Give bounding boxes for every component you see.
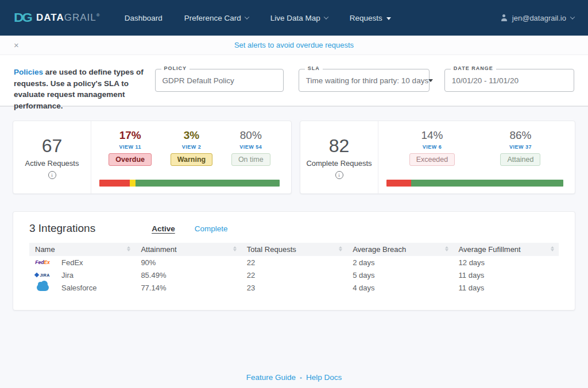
total-requests-value: 22	[241, 269, 347, 281]
attained-percent: 86%	[509, 129, 531, 142]
feature-guide-link[interactable]: Feature Guide	[246, 373, 296, 382]
active-requests-label: Active Requests	[25, 159, 79, 168]
help-docs-link[interactable]: Help Docs	[306, 373, 342, 382]
total-requests-value: 23	[241, 281, 347, 294]
progress-segment-exceeded	[386, 180, 411, 187]
integration-name: Salesforce	[61, 284, 96, 292]
progress-segment-overdue	[99, 180, 130, 187]
table-row[interactable]: Salesforce 77.14% 23 4 days 11 days	[29, 281, 559, 294]
overdue-badge: Overdue	[109, 153, 152, 166]
nav-item-live-data-map[interactable]: Live Data Map	[270, 14, 328, 22]
brand-name: DATAGRAIL®	[36, 12, 100, 24]
sla-field-label: SLA	[305, 65, 323, 71]
view-attained-link[interactable]: VIEW 37	[509, 144, 532, 150]
average-breach-value: 4 days	[347, 281, 452, 294]
active-requests-count: 67	[42, 135, 63, 157]
user-email: jen@datagrail.io	[512, 14, 566, 22]
average-fulfillment-value: 12 days	[453, 256, 559, 269]
policy-field-value: GDPR Default Policy	[163, 76, 234, 85]
datagrail-logo[interactable]: DG DATAGRAIL®	[14, 10, 100, 26]
policy-field[interactable]: POLICY GDPR Default Policy	[155, 69, 284, 92]
complete-requests-label: Complete Requests	[306, 159, 372, 168]
date-range-value: 10/01/20 - 11/01/20	[452, 76, 519, 85]
user-account-menu[interactable]: jen@datagrail.io	[501, 14, 574, 22]
stat-warning: 3% VIEW 2 Warning	[171, 129, 213, 166]
attainment-value: 90%	[135, 256, 241, 269]
info-icon[interactable]: i	[48, 171, 56, 179]
average-breach-value: 2 days	[347, 256, 452, 269]
close-icon[interactable]: ×	[14, 40, 19, 50]
nav-menu: Dashboard Preference Card Live Data Map …	[125, 14, 391, 22]
footer-separator: •	[300, 374, 302, 381]
warning-percent: 3%	[184, 129, 199, 142]
table-row[interactable]: JIRAJira 85.49% 22 5 days 11 days	[29, 269, 559, 281]
tab-active[interactable]: Active	[152, 224, 175, 233]
page: DG DATAGRAIL® Dashboard Preference Card …	[0, 0, 588, 388]
sort-icon	[551, 246, 554, 251]
alert-banner: × Set alerts to avoid overdue requests	[0, 36, 588, 55]
tab-complete[interactable]: Complete	[195, 224, 228, 233]
complete-stats-row: 14% VIEW 6 Exceeded 86% VIEW 37 Attained	[386, 129, 563, 175]
caret-down-icon	[386, 17, 391, 20]
date-range-field[interactable]: DATE RANGE 10/01/20 - 11/01/20	[444, 69, 574, 92]
policies-link[interactable]: Policies	[14, 68, 43, 76]
salesforce-logo-icon	[37, 284, 49, 291]
sla-select[interactable]: SLA Time waiting for third party: 10 day…	[299, 69, 430, 92]
view-overdue-link[interactable]: VIEW 11	[119, 144, 141, 150]
integrations-card: 3 Integrations Active Complete Name Atta…	[13, 211, 575, 311]
ontime-badge: On time	[231, 153, 270, 166]
top-navbar: DG DATAGRAIL® Dashboard Preference Card …	[0, 0, 588, 36]
view-warning-link[interactable]: VIEW 2	[182, 144, 202, 150]
complete-requests-count: 82	[329, 135, 350, 157]
page-footer: Feature Guide•Help Docs	[0, 373, 588, 382]
column-header-average-breach[interactable]: Average Breach	[347, 243, 452, 256]
policy-description: Policies are used to define types of req…	[14, 67, 148, 111]
dg-logo-icon: DG	[14, 10, 31, 25]
stat-overdue: 17% VIEW 11 Overdue	[109, 129, 152, 166]
progress-segment-warning	[130, 180, 135, 187]
complete-progress-bar	[386, 180, 563, 187]
table-row[interactable]: FedExFedEx 90% 22 2 days 12 days	[29, 256, 559, 269]
exceeded-badge: Exceeded	[409, 153, 455, 166]
active-requests-card: 67 Active Requests i 17% VIEW 11 Overdue…	[13, 121, 292, 194]
chevron-down-icon	[570, 14, 575, 19]
nav-item-preference-card[interactable]: Preference Card	[184, 14, 249, 22]
progress-segment-ontime	[136, 180, 280, 187]
warning-badge: Warning	[171, 153, 213, 166]
stat-exceeded: 14% VIEW 6 Exceeded	[409, 129, 455, 166]
integrations-tabs: Active Complete	[152, 224, 227, 233]
alert-message-link[interactable]: Set alerts to avoid overdue requests	[0, 41, 588, 49]
average-fulfillment-value: 11 days	[453, 269, 559, 281]
chevron-down-icon	[324, 14, 328, 19]
view-ontime-link[interactable]: VIEW 54	[239, 144, 262, 150]
average-breach-value: 5 days	[347, 269, 452, 281]
date-range-label: DATE RANGE	[451, 65, 496, 71]
column-header-total-requests[interactable]: Total Requests	[241, 243, 347, 256]
view-exceeded-link[interactable]: VIEW 6	[423, 144, 442, 150]
complete-requests-summary: 82 Complete Requests i	[300, 121, 378, 193]
sort-icon	[127, 246, 130, 251]
column-header-name[interactable]: Name	[29, 243, 135, 256]
column-header-average-fulfillment[interactable]: Average Fufillment	[453, 243, 559, 256]
registered-mark: ®	[96, 13, 100, 18]
total-requests-value: 22	[241, 256, 347, 269]
progress-segment-attained	[411, 180, 563, 187]
nav-item-dashboard[interactable]: Dashboard	[125, 14, 163, 22]
stat-ontime: 80% VIEW 54 On time	[231, 129, 270, 166]
sla-field-value: Time waiting for third party: 10 days	[306, 76, 428, 85]
sort-icon	[233, 246, 237, 251]
average-fulfillment-value: 11 days	[453, 281, 559, 294]
exceeded-percent: 14%	[421, 129, 443, 142]
info-icon[interactable]: i	[335, 171, 343, 179]
overdue-percent: 17%	[119, 129, 141, 142]
integration-name: Jira	[61, 271, 74, 280]
integration-name: FedEx	[61, 258, 83, 267]
column-header-attainment[interactable]: Attainment	[135, 243, 241, 256]
policy-filter-bar: Policies are used to define types of req…	[0, 55, 588, 107]
stat-attained: 86% VIEW 37 Attained	[500, 129, 540, 166]
table-header-row: Name Attainment Total Requests Average B…	[29, 243, 559, 256]
nav-item-requests[interactable]: Requests	[350, 14, 391, 22]
active-requests-summary: 67 Active Requests i	[13, 121, 91, 193]
sort-icon	[445, 246, 448, 251]
policy-field-label: POLICY	[161, 65, 190, 71]
